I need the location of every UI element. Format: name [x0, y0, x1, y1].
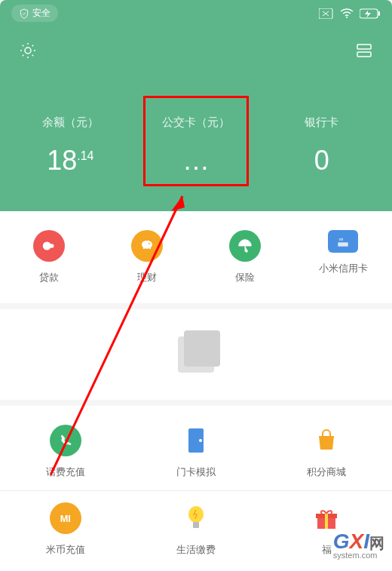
bag-icon	[311, 425, 342, 456]
door-card-label: 门卡模拟	[176, 465, 216, 479]
services-grid-1: 贷款 理财 保险 mi 小米信用卡	[0, 211, 392, 303]
mi-coin-label: 米币充值	[46, 543, 85, 557]
transit-value: …	[133, 145, 259, 177]
gear-icon	[19, 41, 37, 60]
welfare-label: 福	[322, 543, 332, 557]
shield-icon	[19, 8, 29, 19]
mi-coin-item[interactable]: MI 米币充值	[0, 502, 130, 557]
card-icon: mi	[328, 230, 358, 253]
svg-rect-4	[357, 45, 371, 49]
settings-button[interactable]	[19, 41, 37, 63]
svg-text:mi: mi	[339, 237, 344, 241]
svg-point-1	[346, 17, 348, 18]
scan-icon	[355, 41, 373, 60]
svg-text:MI: MI	[60, 513, 70, 524]
toolbar	[0, 26, 392, 78]
watermark-url: system.com	[333, 551, 384, 560]
header-section: 安全	[0, 0, 392, 211]
svg-rect-20	[325, 514, 328, 529]
status-bar: 安全	[0, 0, 392, 26]
svg-rect-11	[338, 242, 348, 246]
svg-point-14	[199, 439, 202, 442]
mi-icon: MI	[50, 502, 81, 534]
loan-label: 贷款	[39, 271, 59, 284]
svg-rect-17	[193, 522, 199, 528]
svg-rect-3	[378, 11, 380, 16]
piggy-icon	[131, 230, 163, 262]
banner-section[interactable]	[0, 309, 392, 400]
scan-button[interactable]	[355, 41, 373, 63]
bank-balance[interactable]: 银行卡 0	[259, 115, 384, 177]
finance-item[interactable]: 理财	[98, 230, 196, 284]
bulb-icon	[180, 502, 212, 534]
life-payment-item[interactable]: 生活缴费	[130, 502, 261, 557]
balance-row: 余额（元） 18.14 公交卡（元） … 银行卡 0	[0, 115, 392, 177]
banner-placeholder-icon	[178, 336, 214, 373]
finance-label: 理财	[137, 271, 157, 284]
battery-icon	[360, 8, 381, 19]
insurance-label: 保险	[235, 271, 255, 284]
svg-point-8	[44, 244, 49, 248]
wallet-balance[interactable]: 余额（元） 18.14	[8, 115, 133, 177]
phone-recharge-label: 话费充值	[46, 465, 85, 479]
umbrella-icon	[229, 230, 261, 262]
transit-label: 公交卡（元）	[133, 115, 259, 130]
phone-icon	[50, 425, 81, 456]
bank-label: 银行卡	[259, 115, 384, 130]
transit-balance[interactable]: 公交卡（元） …	[133, 115, 259, 177]
grid-divider	[0, 490, 392, 491]
credit-card-item[interactable]: mi 小米信用卡	[294, 230, 392, 284]
insurance-item[interactable]: 保险	[196, 230, 294, 284]
loan-icon	[33, 230, 65, 262]
wallet-value: 18.14	[8, 145, 133, 177]
safe-label: 安全	[32, 7, 51, 20]
door-card-item[interactable]: 门卡模拟	[130, 425, 261, 479]
wifi-icon	[340, 8, 354, 19]
watermark: GXI网 system.com	[333, 530, 384, 560]
svg-point-9	[50, 244, 54, 248]
points-mall-label: 积分商城	[307, 465, 346, 479]
points-mall-item[interactable]: 积分商城	[262, 425, 392, 479]
safe-badge: 安全	[11, 5, 58, 22]
bank-value: 0	[259, 145, 384, 177]
credit-card-label: 小米信用卡	[319, 262, 368, 275]
svg-point-10	[149, 243, 150, 244]
svg-rect-5	[357, 52, 371, 57]
sim-icon	[319, 8, 334, 19]
loan-item[interactable]: 贷款	[0, 230, 98, 284]
life-payment-label: 生活缴费	[176, 543, 216, 557]
wallet-label: 余额（元）	[8, 115, 133, 130]
status-icons	[319, 8, 381, 19]
phone-recharge-item[interactable]: 话费充值	[0, 425, 130, 479]
door-icon	[180, 425, 212, 456]
